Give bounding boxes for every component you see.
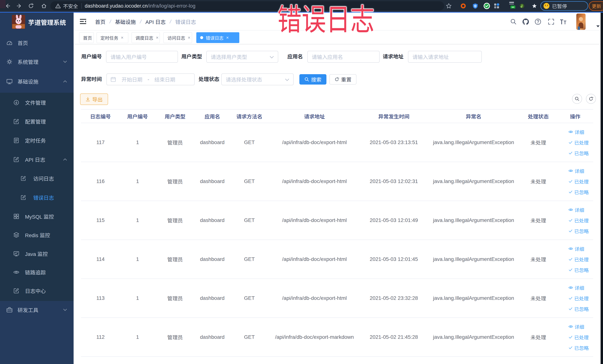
svg-text:on: on [512,6,514,8]
